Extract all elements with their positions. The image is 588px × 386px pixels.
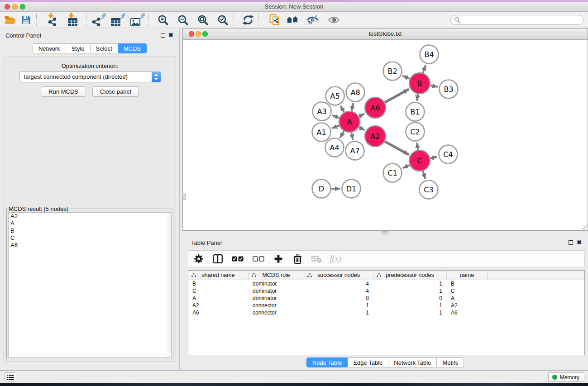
column-header-predecessor-nodes[interactable]: predecessor nodes xyxy=(373,271,447,280)
cell-mcds_role[interactable]: connector xyxy=(249,309,304,316)
cell-shared_name[interactable]: A6 xyxy=(188,309,249,316)
edge-A-A4[interactable] xyxy=(340,131,344,138)
node-B1[interactable]: B1 xyxy=(406,103,425,121)
cell-predecessor[interactable]: 1 xyxy=(373,309,447,316)
save-session-button[interactable] xyxy=(18,14,33,26)
node-A8[interactable]: A8 xyxy=(346,83,365,102)
hide-selected-button[interactable] xyxy=(305,14,320,26)
table-row[interactable]: A2connector11A2 xyxy=(188,302,584,309)
network-minimize-traffic-light[interactable] xyxy=(196,31,201,37)
table-row[interactable]: A6connector11A6 xyxy=(188,309,584,316)
table-close-panel-icon[interactable]: ✖ xyxy=(577,239,582,246)
tab-motifs[interactable]: Motifs xyxy=(437,357,464,367)
zoom-out-button[interactable] xyxy=(175,14,191,26)
window-resize-grip[interactable] xyxy=(582,225,587,230)
cell-successor[interactable]: 4 xyxy=(304,287,373,295)
cell-name[interactable]: B xyxy=(447,280,488,287)
node-C[interactable]: C xyxy=(409,150,430,171)
cell-name[interactable]: A xyxy=(447,295,488,302)
table-row[interactable]: Cdominator41C xyxy=(188,287,584,295)
minimize-traffic-light[interactable] xyxy=(12,4,18,10)
node-A2[interactable]: A2 xyxy=(365,126,386,147)
column-header-successor-nodes[interactable]: successor nodes xyxy=(304,271,373,280)
zoom-in-button[interactable] xyxy=(155,14,171,26)
cell-successor[interactable]: 1 xyxy=(304,309,373,316)
node-C3[interactable]: C3 xyxy=(420,181,438,199)
network-window-titlebar[interactable]: testGlobe.txt xyxy=(183,29,588,40)
edge-A6-B[interactable] xyxy=(385,89,409,102)
network-graph[interactable]: B4B2BB3A8A5A6A3B1AA1C2A2A4A7C4CC1C3DD1 xyxy=(183,40,588,230)
edge-B-B4[interactable] xyxy=(423,65,426,73)
node-B[interactable]: B xyxy=(409,73,430,94)
node-A1[interactable]: A1 xyxy=(312,123,331,142)
node-A5[interactable]: A5 xyxy=(326,87,344,105)
horizontal-splitpane-divider[interactable] xyxy=(182,231,588,235)
search-input[interactable] xyxy=(460,16,583,24)
edge-A2-C[interactable] xyxy=(385,142,409,155)
import-network-button[interactable] xyxy=(47,14,62,26)
mcds-result-item[interactable]: B xyxy=(9,227,171,234)
edge-B-B1[interactable] xyxy=(417,94,418,101)
cell-shared_name[interactable]: A2 xyxy=(188,302,249,309)
node-D[interactable]: D xyxy=(312,180,331,198)
column-header-mcds-role[interactable]: MCDS role xyxy=(249,271,304,280)
mcds-result-item[interactable]: A6 xyxy=(9,242,171,249)
node-C2[interactable]: C2 xyxy=(406,123,425,141)
cell-predecessor[interactable]: 0 xyxy=(373,295,447,302)
node-table[interactable]: shared nameMCDS rolesuccessor nodesprede… xyxy=(188,270,585,355)
export-table-button[interactable] xyxy=(110,14,125,26)
table-options-button[interactable] xyxy=(193,253,205,265)
export-image-button[interactable] xyxy=(129,14,145,26)
toolbar-search-field[interactable] xyxy=(450,15,584,25)
show-column-panel-button[interactable] xyxy=(212,253,224,265)
float-panel-icon[interactable] xyxy=(161,33,165,38)
edge-C-C4[interactable] xyxy=(430,157,437,158)
edge-C-C1[interactable] xyxy=(402,165,410,168)
cell-name[interactable]: C xyxy=(447,287,488,295)
node-A[interactable]: A xyxy=(339,111,360,132)
network-zoom-traffic-light[interactable] xyxy=(202,31,208,37)
run-mcds-button[interactable]: Run MCDS xyxy=(41,86,86,97)
edge-B-B3[interactable] xyxy=(430,86,438,87)
edge-A-A6[interactable] xyxy=(359,114,364,117)
first-neighbors-button[interactable] xyxy=(285,14,301,26)
cell-successor[interactable]: 8 xyxy=(304,295,373,302)
edge-A-A1[interactable] xyxy=(332,125,339,128)
zoom-traffic-light[interactable] xyxy=(20,4,25,10)
unselect-all-columns-button[interactable] xyxy=(252,253,265,265)
optimization-criterion-dropdown[interactable]: largest connected component (directed) xyxy=(19,71,161,82)
memory-button[interactable]: Memory xyxy=(548,372,584,382)
mcds-result-item[interactable]: A2 xyxy=(9,213,171,220)
node-D1[interactable]: D1 xyxy=(342,180,361,198)
close-panel-icon[interactable]: ✖ xyxy=(168,32,173,38)
node-B2[interactable]: B2 xyxy=(383,62,402,81)
edge-A-A2[interactable] xyxy=(359,127,365,130)
node-A3[interactable]: A3 xyxy=(313,102,331,121)
cell-predecessor[interactable]: 1 xyxy=(373,280,447,287)
result-scrollbar[interactable] xyxy=(166,213,171,357)
edge-A-A7[interactable] xyxy=(351,133,353,140)
divider-drag-handle[interactable] xyxy=(382,231,388,234)
tab-network-table[interactable]: Network Table xyxy=(388,357,437,367)
cell-name[interactable]: A6 xyxy=(447,309,488,316)
node-B3[interactable]: B3 xyxy=(440,80,458,99)
cell-successor[interactable]: 4 xyxy=(304,280,373,287)
splitpane-collapse-handle[interactable] xyxy=(183,193,186,200)
close-panel-button[interactable]: Close panel xyxy=(92,86,139,97)
dropdown-stepper-icon[interactable] xyxy=(152,72,161,82)
mcds-result-list[interactable]: A2ABCA6 xyxy=(8,212,172,357)
refresh-view-button[interactable] xyxy=(240,14,256,26)
edge-A-A5[interactable] xyxy=(340,105,344,112)
cell-predecessor[interactable]: 1 xyxy=(373,287,447,295)
tab-select[interactable]: Select xyxy=(91,43,118,53)
delete-columns-button[interactable] xyxy=(292,253,303,265)
open-session-button[interactable] xyxy=(2,14,18,26)
node-B4[interactable]: B4 xyxy=(420,45,439,64)
create-column-button[interactable] xyxy=(272,253,284,265)
column-header-name[interactable]: name xyxy=(447,271,488,280)
node-A7[interactable]: A7 xyxy=(346,142,364,160)
tab-edge-table[interactable]: Edge Table xyxy=(348,357,388,367)
column-header-shared-name[interactable]: shared name xyxy=(188,271,249,280)
tab-node-table[interactable]: Node Table xyxy=(306,357,348,367)
cell-predecessor[interactable]: 1 xyxy=(373,302,447,309)
